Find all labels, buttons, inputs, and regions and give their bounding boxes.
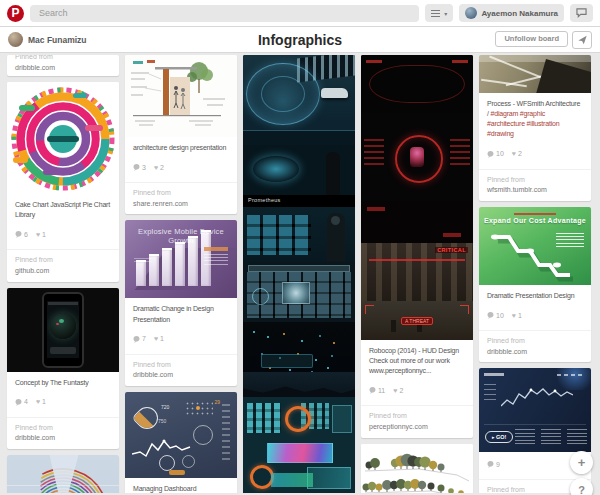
pin-stats: 3♥2 <box>125 155 237 182</box>
user-name: Ayaemon Nakamura <box>481 9 558 18</box>
image-text-n1: 720 <box>161 404 169 410</box>
pin-card[interactable]: Prometheus <box>243 55 355 493</box>
pin-card[interactable]: Explosive Mobile Device GrowthDramatic C… <box>125 220 237 386</box>
menu-button[interactable]: ▾ <box>425 4 453 22</box>
pin-card[interactable]: GO!9Pinned fromdribbble.com <box>479 368 591 493</box>
pin-image-prometheus[interactable]: Prometheus <box>243 55 355 493</box>
pinned-from-label: Pinned from <box>133 188 229 199</box>
pin-source[interactable]: perceptionnyc.com <box>369 422 465 432</box>
pin-card[interactable]: 72075029Managing Dashboard19♥3Pinned fro… <box>125 392 237 493</box>
pin-card[interactable]: Expand Our Cost AdvantageDramatic Presen… <box>479 207 591 362</box>
pinterest-board-page: P ▾ Ayaemon Nakamura Mac Funamizu Infogr… <box>0 0 600 495</box>
repin-icon <box>369 381 376 399</box>
repin-count: 9 <box>496 461 500 468</box>
image-text-go: GO! <box>485 431 513 443</box>
pin-source[interactable]: dribbble.com <box>487 347 583 357</box>
pin-footer[interactable]: Pinned fromwfsmith.tumblr.com <box>479 169 591 201</box>
add-pin-button[interactable]: + <box>570 451 593 474</box>
send-board-button[interactable] <box>572 31 592 49</box>
hamburger-icon <box>431 10 440 17</box>
pin-stats: 11♥2 <box>361 378 473 405</box>
top-nav: P ▾ Ayaemon Nakamura <box>0 0 600 27</box>
pin-image-navy[interactable]: GO! <box>479 368 591 452</box>
user-menu-button[interactable]: Ayaemon Nakamura <box>459 4 564 22</box>
image-text-critical: CRITICAL <box>435 247 468 253</box>
search-input[interactable] <box>30 5 419 22</box>
pin-footer[interactable]: Pinned fromdribbble.com <box>125 354 237 386</box>
pin-description: Cake Chart JavaScript Pie Chart Library <box>7 194 119 222</box>
pin-image-phone[interactable] <box>7 288 119 372</box>
pin-card[interactable]: Cake Chart JavaScript Pie Chart Library6… <box>7 82 119 282</box>
like-icon: ♥ <box>36 231 40 238</box>
pin-image-robocop[interactable]: CRITICALA THREAT <box>361 55 473 340</box>
like-icon: ♥ <box>154 335 158 342</box>
pin-image-trees[interactable] <box>361 444 473 493</box>
pin-footer[interactable]: Pinned fromperceptionnyc.com <box>361 405 473 437</box>
pin-grid: Pinned fromdribbble.comCake Chart JavaSc… <box>0 53 600 493</box>
pin-column-2: architecture design presentation3♥2Pinne… <box>125 55 237 493</box>
like-icon: ♥ <box>36 398 40 405</box>
pinned-from-label: Pinned from <box>133 360 229 371</box>
pin-footer[interactable]: Pinned fromshare.renren.com <box>125 182 237 214</box>
help-button[interactable]: ? <box>570 478 593 495</box>
board-owner[interactable]: Mac Funamizu <box>8 32 87 47</box>
pin-card[interactable]: Process - WFSmith Architecture / #diagra… <box>479 55 591 201</box>
repin-count: 10 <box>496 312 504 319</box>
pin-card[interactable]: Concept by The Funtasty4♥1Pinned fromdri… <box>7 288 119 449</box>
pinned-from-label: Pinned from <box>487 336 583 347</box>
repin-icon <box>133 158 140 176</box>
pin-column-5: Process - WFSmith Architecture / #diagra… <box>479 55 591 493</box>
pin-description-hashtags[interactable]: #diagram #graphic #architecture #illustr… <box>487 110 559 137</box>
pin-image-gauges[interactable]: 72075029 <box>125 392 237 478</box>
repin-icon <box>133 330 140 348</box>
pin-description: Robocop (2014) - HUD Design Check out mo… <box>361 340 473 378</box>
like-count: 1 <box>160 335 164 342</box>
pinned-from-label: Pinned from <box>15 255 111 266</box>
pin-description: Dramatic Change in Design Presentation <box>125 298 237 326</box>
pin-footer[interactable]: Pinned fromgithub.com <box>7 249 119 281</box>
pin-image-arch[interactable] <box>125 55 237 137</box>
pinned-from-label: Pinned from <box>487 175 583 186</box>
pin-source[interactable]: share.renren.com <box>133 199 229 209</box>
pin-card[interactable] <box>7 455 119 493</box>
pin-source[interactable]: wfsmith.tumblr.com <box>487 185 583 195</box>
pin-image-cost[interactable]: Expand Our Cost Advantage <box>479 207 591 285</box>
repin-count: 11 <box>378 387 385 394</box>
pin-source[interactable]: dribbble.com <box>15 63 111 73</box>
pin-card[interactable]: Pinned fromdribbble.com <box>7 55 119 76</box>
pin-card[interactable]: architecture design presentation3♥2Pinne… <box>125 55 237 214</box>
repin-icon <box>487 306 494 324</box>
messages-button[interactable] <box>570 4 593 22</box>
pin-image-radial[interactable] <box>7 455 119 493</box>
image-text-n2: 750 <box>158 418 166 424</box>
pin-footer[interactable]: Pinned fromdribbble.com <box>7 417 119 449</box>
pin-image-sepia[interactable] <box>479 55 591 93</box>
repin-icon <box>15 393 22 411</box>
pin-footer[interactable]: Pinned fromdribbble.com <box>479 330 591 362</box>
pin-column-4: CRITICALA THREATRobocop (2014) - HUD Des… <box>361 55 473 493</box>
pin-image-growth[interactable]: Explosive Mobile Device Growth <box>125 220 237 298</box>
pin-image-cake[interactable] <box>7 82 119 194</box>
pin-column-1: Pinned fromdribbble.comCake Chart JavaSc… <box>7 55 119 493</box>
board-owner-name: Mac Funamizu <box>28 35 87 45</box>
pin-source[interactable]: dribbble.com <box>133 370 229 380</box>
like-count: 2 <box>399 387 403 394</box>
repin-count: 3 <box>142 164 146 171</box>
pin-stats: 10♥1 <box>479 303 591 330</box>
pin-footer[interactable]: Pinned fromdribbble.com <box>7 55 119 76</box>
speech-bubble-icon <box>576 8 587 18</box>
like-count: 1 <box>42 231 46 238</box>
like-icon: ♥ <box>512 312 516 319</box>
like-count: 1 <box>42 398 46 405</box>
unfollow-board-button[interactable]: Unfollow board <box>495 31 568 47</box>
pin-card[interactable]: CRITICALA THREATRobocop (2014) - HUD Des… <box>361 55 473 438</box>
pin-source[interactable]: dribbble.com <box>15 433 111 443</box>
pinterest-logo[interactable]: P <box>7 5 24 22</box>
pin-card[interactable] <box>361 444 473 493</box>
pin-description: architecture design presentation <box>125 137 237 155</box>
image-text-label: Prometheus <box>248 197 281 203</box>
repin-count: 4 <box>24 398 28 405</box>
pinterest-logo-letter: P <box>11 6 19 20</box>
image-text-title: Expand Our Cost Advantage <box>479 217 591 224</box>
pin-source[interactable]: github.com <box>15 266 111 276</box>
